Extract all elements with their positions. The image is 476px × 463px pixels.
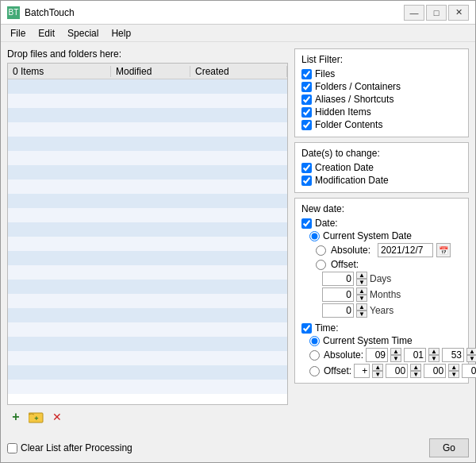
main-window: BT BatchTouch — □ ✕ File Edit Special He… bbox=[0, 0, 476, 463]
time-enable-checkbox[interactable] bbox=[301, 323, 312, 334]
years-up-button[interactable]: ▲ bbox=[356, 303, 367, 311]
filter-contents-checkbox[interactable] bbox=[301, 120, 312, 130]
offset-min-input[interactable] bbox=[424, 364, 446, 378]
filter-hidden-label[interactable]: Hidden Items bbox=[315, 106, 371, 118]
hour-down-button[interactable]: ▼ bbox=[390, 355, 401, 362]
current-system-time-radio[interactable] bbox=[309, 336, 320, 346]
file-list-header: 0 Items Modified Created bbox=[8, 64, 287, 79]
min-down-button[interactable]: ▼ bbox=[428, 355, 440, 362]
maximize-button[interactable]: □ bbox=[426, 5, 447, 21]
filter-files-label[interactable]: Files bbox=[315, 68, 335, 79]
menu-edit[interactable]: Edit bbox=[32, 26, 61, 41]
main-content: Drop files and folders here: 0 Items Mod… bbox=[1, 42, 475, 435]
current-system-date-radio[interactable] bbox=[309, 231, 320, 241]
offset-min-down-button[interactable]: ▼ bbox=[448, 371, 459, 378]
menu-help[interactable]: Help bbox=[105, 26, 137, 41]
hour-spinner: ▲ ▼ bbox=[390, 348, 401, 362]
years-down-button[interactable]: ▼ bbox=[356, 311, 367, 318]
new-date-title: New date: bbox=[301, 203, 462, 214]
go-button[interactable]: Go bbox=[429, 438, 469, 457]
col-items: 0 Items bbox=[8, 66, 111, 77]
months-input[interactable] bbox=[322, 287, 354, 302]
offset-time-radio[interactable] bbox=[309, 366, 320, 376]
years-row: ▲ ▼ Years bbox=[322, 303, 462, 318]
days-up-button[interactable]: ▲ bbox=[356, 272, 367, 279]
calendar-button[interactable]: 📅 bbox=[436, 243, 451, 257]
sec-down-button[interactable]: ▼ bbox=[466, 355, 476, 362]
offset-sign-input[interactable] bbox=[354, 364, 370, 378]
file-row bbox=[8, 94, 287, 108]
absolute-label[interactable]: Absolute: bbox=[331, 245, 374, 256]
file-row bbox=[8, 380, 287, 394]
current-system-date-label[interactable]: Current System Date bbox=[323, 230, 412, 241]
absolute-time-label[interactable]: Absolute: bbox=[324, 349, 363, 361]
creation-date-label[interactable]: Creation Date bbox=[315, 162, 374, 173]
days-down-button[interactable]: ▼ bbox=[356, 279, 367, 286]
app-icon: BT bbox=[7, 6, 20, 19]
years-input[interactable] bbox=[322, 303, 354, 318]
offset-time-label[interactable]: Offset: bbox=[324, 365, 351, 376]
current-system-time-label[interactable]: Current System Time bbox=[323, 335, 413, 346]
file-row bbox=[8, 179, 287, 194]
filter-files-checkbox[interactable] bbox=[301, 69, 312, 79]
offset-min-spinner: ▲ ▼ bbox=[448, 364, 459, 378]
months-up-button[interactable]: ▲ bbox=[356, 287, 367, 295]
sign-down-button[interactable]: ▼ bbox=[372, 371, 383, 378]
filter-folders-row: Folders / Containers bbox=[301, 81, 462, 92]
menu-file[interactable]: File bbox=[4, 26, 32, 41]
date-label[interactable]: Date: bbox=[315, 218, 338, 229]
months-down-button[interactable]: ▼ bbox=[356, 295, 367, 302]
offset-min-up-button[interactable]: ▲ bbox=[448, 364, 459, 371]
close-button[interactable]: ✕ bbox=[448, 5, 469, 21]
time-hour-input[interactable] bbox=[366, 348, 388, 362]
filter-contents-label[interactable]: Folder Contents bbox=[315, 119, 382, 130]
filter-folders-label[interactable]: Folders / Containers bbox=[315, 81, 401, 92]
list-filter-section: List Filter: Files Folders / Containers … bbox=[294, 48, 469, 137]
title-bar: BT BatchTouch — □ ✕ bbox=[1, 1, 475, 25]
new-date-section: New date: Date: Current System Date Abso… bbox=[294, 198, 469, 384]
time-label[interactable]: Time: bbox=[315, 322, 339, 334]
file-list[interactable]: 0 Items Modified Created bbox=[7, 63, 288, 405]
offset-hour-input[interactable] bbox=[386, 364, 408, 378]
offset-date-radio[interactable] bbox=[316, 260, 326, 270]
file-row bbox=[8, 222, 287, 237]
months-row: ▲ ▼ Months bbox=[322, 287, 462, 302]
filter-aliases-label[interactable]: Aliases / Shortcuts bbox=[315, 94, 393, 105]
offset-sec-input[interactable] bbox=[462, 364, 476, 378]
file-list-rows bbox=[8, 79, 287, 394]
offset-hour-up-button[interactable]: ▲ bbox=[410, 364, 421, 371]
hour-up-button[interactable]: ▲ bbox=[390, 348, 401, 355]
time-sec-input[interactable] bbox=[442, 348, 464, 362]
time-checkbox-row: Time: bbox=[301, 322, 462, 334]
file-row bbox=[8, 265, 287, 280]
absolute-date-radio[interactable] bbox=[316, 245, 326, 256]
minimize-button[interactable]: — bbox=[404, 5, 424, 21]
absolute-date-input[interactable] bbox=[378, 243, 433, 257]
offset-hour-down-button[interactable]: ▼ bbox=[410, 371, 421, 378]
bottom-toolbar: + + ✕ bbox=[7, 405, 288, 429]
filter-hidden-checkbox[interactable] bbox=[301, 107, 312, 118]
add-file-button[interactable]: + bbox=[7, 408, 25, 426]
sec-up-button[interactable]: ▲ bbox=[466, 348, 476, 355]
add-folder-button[interactable]: + bbox=[28, 408, 45, 426]
date-enable-checkbox[interactable] bbox=[301, 218, 312, 229]
time-min-input[interactable] bbox=[404, 348, 426, 362]
filter-folders-checkbox[interactable] bbox=[301, 82, 312, 92]
file-row bbox=[8, 280, 287, 294]
sign-up-button[interactable]: ▲ bbox=[372, 364, 383, 371]
min-up-button[interactable]: ▲ bbox=[428, 348, 440, 355]
modification-date-label[interactable]: Modification Date bbox=[315, 175, 389, 186]
remove-button[interactable]: ✕ bbox=[48, 408, 66, 426]
menu-special[interactable]: Special bbox=[61, 26, 105, 41]
creation-date-checkbox[interactable] bbox=[301, 163, 312, 173]
days-input[interactable] bbox=[322, 272, 354, 286]
offset-sign-spinner: ▲ ▼ bbox=[372, 364, 383, 378]
svg-text:+: + bbox=[34, 415, 38, 422]
offset-label[interactable]: Offset: bbox=[331, 259, 374, 270]
absolute-time-radio[interactable] bbox=[309, 350, 320, 361]
right-panel: List Filter: Files Folders / Containers … bbox=[294, 48, 469, 429]
clear-list-label[interactable]: Clear List after Processing bbox=[21, 442, 132, 453]
filter-aliases-checkbox[interactable] bbox=[301, 95, 312, 105]
clear-list-checkbox[interactable] bbox=[7, 443, 17, 453]
modification-date-checkbox[interactable] bbox=[301, 176, 312, 186]
